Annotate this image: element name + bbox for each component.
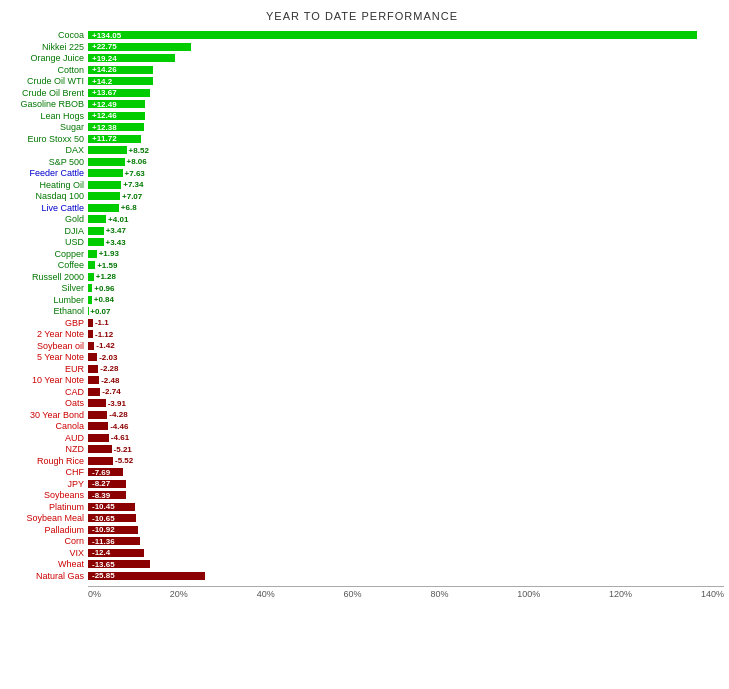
bar-label: Canola xyxy=(0,421,88,431)
bar-area: +6.8 xyxy=(88,203,724,213)
bar-label: Silver xyxy=(0,283,88,293)
axis-label: 60% xyxy=(344,589,362,599)
table-row: Soybeans-8.39 xyxy=(0,490,724,500)
bar-label: Oats xyxy=(0,398,88,408)
bar-label: DAX xyxy=(0,145,88,155)
bar-area: -10.92 xyxy=(88,525,724,535)
bar-label: AUD xyxy=(0,433,88,443)
bar-area: -13.65 xyxy=(88,559,724,569)
table-row: USD+3.43 xyxy=(0,237,724,247)
bar-label: Cotton xyxy=(0,65,88,75)
table-row: Live Cattle+6.8 xyxy=(0,203,724,213)
bar-label: Soybeans xyxy=(0,490,88,500)
bar-area: +13.67 xyxy=(88,88,724,98)
table-row: Ethanol+0.07 xyxy=(0,306,724,316)
bar-area: -2.74 xyxy=(88,387,724,397)
bar-area: +1.93 xyxy=(88,249,724,259)
bar-label: USD xyxy=(0,237,88,247)
bar-area: -4.61 xyxy=(88,433,724,443)
bar-area: -5.21 xyxy=(88,444,724,454)
bar-area: +1.59 xyxy=(88,260,724,270)
table-row: Coffee+1.59 xyxy=(0,260,724,270)
bar-area: +7.63 xyxy=(88,168,724,178)
chart-title: YEAR TO DATE PERFORMANCE xyxy=(0,10,724,22)
bar-area: +22.75 xyxy=(88,42,724,52)
bar-label: 5 Year Note xyxy=(0,352,88,362)
bar-area: +12.38 xyxy=(88,122,724,132)
bar-area: +14.2 xyxy=(88,76,724,86)
bar-area: +7.34 xyxy=(88,180,724,190)
bar-area: -8.39 xyxy=(88,490,724,500)
table-row: AUD-4.61 xyxy=(0,433,724,443)
bar-area: -2.28 xyxy=(88,364,724,374)
bar-label: 10 Year Note xyxy=(0,375,88,385)
bar-label: Crude Oil WTI xyxy=(0,76,88,86)
table-row: CHF-7.69 xyxy=(0,467,724,477)
bar-area: +11.72 xyxy=(88,134,724,144)
table-row: S&P 500+8.06 xyxy=(0,157,724,167)
bar-area: -10.65 xyxy=(88,513,724,523)
table-row: Nasdaq 100+7.07 xyxy=(0,191,724,201)
table-row: NZD-5.21 xyxy=(0,444,724,454)
bar-label: GBP xyxy=(0,318,88,328)
bar-area: -2.48 xyxy=(88,375,724,385)
table-row: Sugar+12.38 xyxy=(0,122,724,132)
bar-chart: Cocoa+134.05Nikkei 225+22.75Orange Juice… xyxy=(0,30,724,582)
bar-area: +8.52 xyxy=(88,145,724,155)
axis: 0%20%40%60%80%100%120%140% xyxy=(0,586,724,599)
axis-label: 120% xyxy=(609,589,632,599)
bar-area: -1.42 xyxy=(88,341,724,351)
bar-label: Gold xyxy=(0,214,88,224)
bar-label: 2 Year Note xyxy=(0,329,88,339)
table-row: DAX+8.52 xyxy=(0,145,724,155)
bar-label: Corn xyxy=(0,536,88,546)
table-row: 10 Year Note-2.48 xyxy=(0,375,724,385)
table-row: Gasoline RBOB+12.49 xyxy=(0,99,724,109)
bar-area: +0.07 xyxy=(88,306,724,316)
table-row: Gold+4.01 xyxy=(0,214,724,224)
bar-area: +14.26 xyxy=(88,65,724,75)
bar-label: S&P 500 xyxy=(0,157,88,167)
table-row: CAD-2.74 xyxy=(0,387,724,397)
bar-label: Soybean Meal xyxy=(0,513,88,523)
bar-area: -10.45 xyxy=(88,502,724,512)
bar-label: CAD xyxy=(0,387,88,397)
bar-area: +134.05 xyxy=(88,30,724,40)
bar-label: Copper xyxy=(0,249,88,259)
bar-area: +3.47 xyxy=(88,226,724,236)
bar-label: CHF xyxy=(0,467,88,477)
table-row: 30 Year Bond-4.28 xyxy=(0,410,724,420)
table-row: DJIA+3.47 xyxy=(0,226,724,236)
table-row: Lumber+0.84 xyxy=(0,295,724,305)
bar-label: Ethanol xyxy=(0,306,88,316)
bar-area: +1.28 xyxy=(88,272,724,282)
table-row: Euro Stoxx 50+11.72 xyxy=(0,134,724,144)
bar-label: VIX xyxy=(0,548,88,558)
table-row: GBP-1.1 xyxy=(0,318,724,328)
table-row: 2 Year Note-1.12 xyxy=(0,329,724,339)
table-row: Copper+1.93 xyxy=(0,249,724,259)
bar-area: -2.03 xyxy=(88,352,724,362)
bar-label: Lean Hogs xyxy=(0,111,88,121)
bar-area: +12.49 xyxy=(88,99,724,109)
table-row: Soybean oil-1.42 xyxy=(0,341,724,351)
bar-label: DJIA xyxy=(0,226,88,236)
table-row: Russell 2000+1.28 xyxy=(0,272,724,282)
table-row: Orange Juice+19.24 xyxy=(0,53,724,63)
table-row: Heating Oil+7.34 xyxy=(0,180,724,190)
bar-area: +19.24 xyxy=(88,53,724,63)
bar-label: Nasdaq 100 xyxy=(0,191,88,201)
table-row: 5 Year Note-2.03 xyxy=(0,352,724,362)
table-row: Cocoa+134.05 xyxy=(0,30,724,40)
bar-label: Lumber xyxy=(0,295,88,305)
table-row: Platinum-10.45 xyxy=(0,502,724,512)
table-row: Oats-3.91 xyxy=(0,398,724,408)
bar-area: -4.46 xyxy=(88,421,724,431)
bar-label: JPY xyxy=(0,479,88,489)
bar-label: EUR xyxy=(0,364,88,374)
table-row: Corn-11.36 xyxy=(0,536,724,546)
bar-area: -1.1 xyxy=(88,318,724,328)
bar-label: Heating Oil xyxy=(0,180,88,190)
axis-label: 40% xyxy=(257,589,275,599)
bar-label: Wheat xyxy=(0,559,88,569)
